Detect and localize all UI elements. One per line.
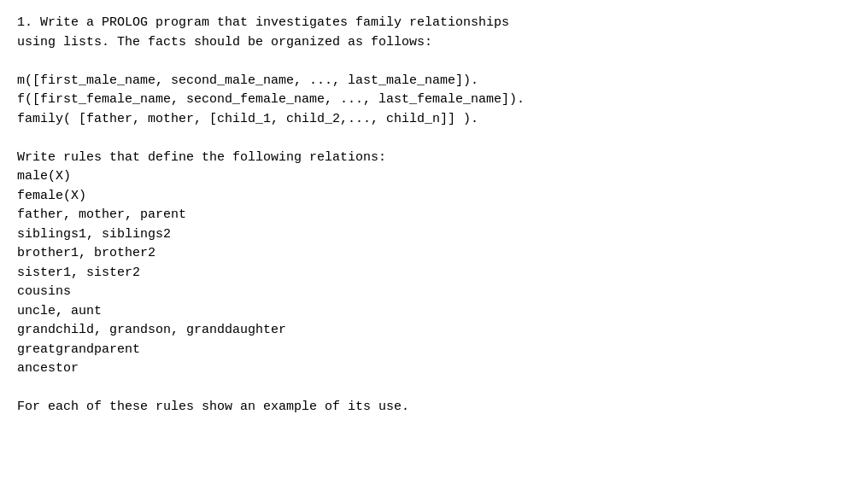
main-content: 1. Write a PROLOG program that investiga…	[17, 14, 851, 417]
